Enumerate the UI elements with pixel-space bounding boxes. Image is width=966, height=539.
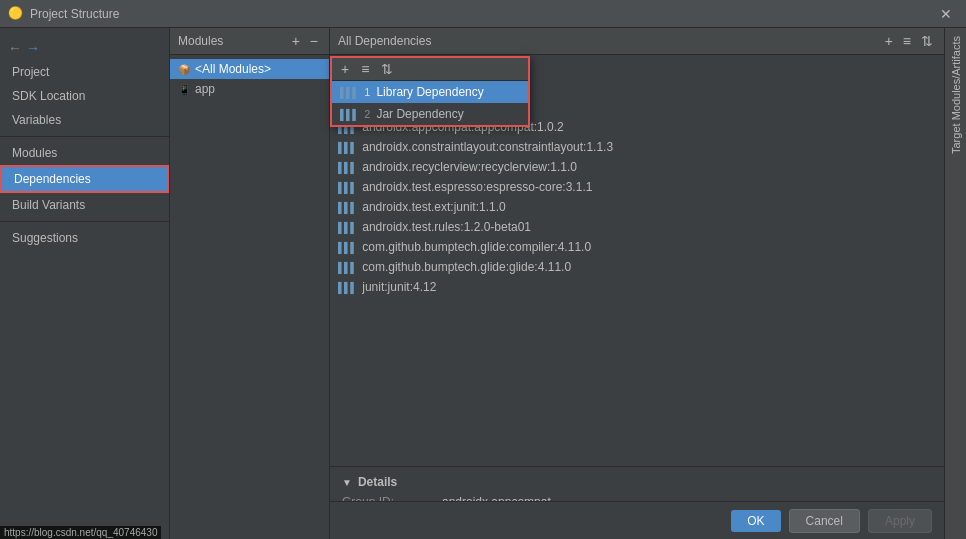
deps-panel-title: All Dependencies — [338, 34, 431, 48]
dropdown-toolbar: + ≡ ⇅ — [332, 58, 528, 81]
right-sidebar-label[interactable]: Target Modules/Artifacts — [950, 28, 962, 162]
dropdown-sort-button[interactable]: ⇅ — [378, 61, 396, 77]
apply-button[interactable]: Apply — [868, 509, 932, 533]
dep-item-glide[interactable]: ▌▌▌ com.github.bumptech.glide:glide:4.11… — [330, 257, 944, 277]
dep-item-glide-compiler[interactable]: ▌▌▌ com.github.bumptech.glide:compiler:4… — [330, 237, 944, 257]
app-module-icon: 📱 — [178, 84, 190, 95]
module-icon: 📦 — [178, 64, 190, 75]
dep-item-junit[interactable]: ▌▌▌ junit:junit:4.12 — [330, 277, 944, 297]
main-layout: ← → Project SDK Location Variables Modul… — [0, 28, 966, 539]
modules-list: 📦 <All Modules> 📱 app — [170, 55, 329, 539]
remove-module-button[interactable]: − — [307, 33, 321, 49]
sidebar: ← → Project SDK Location Variables Modul… — [0, 28, 170, 539]
deps-toolbar: + ≡ ⇅ — [882, 33, 936, 49]
sidebar-item-suggestions[interactable]: Suggestions — [0, 226, 169, 250]
dropdown-align-button[interactable]: ≡ — [358, 61, 372, 77]
details-triangle-icon: ▼ — [342, 477, 352, 488]
url-bar: https://blog.csdn.net/qq_40746430 — [0, 526, 161, 539]
sidebar-item-variables[interactable]: Variables — [0, 108, 169, 132]
deps-list: ▌▌▌ androidx.appcompat:appcompat:1.0.2 ▌… — [330, 115, 944, 466]
dep-type-dropdown: + ≡ ⇅ ▌▌▌ 1 Library Dependency ▌▌▌ 2 Jar… — [330, 56, 530, 127]
close-button[interactable]: ✕ — [934, 4, 958, 24]
module-item-all[interactable]: 📦 <All Modules> — [170, 59, 329, 79]
dep-type-library[interactable]: ▌▌▌ 1 Library Dependency — [332, 81, 528, 103]
sidebar-item-dependencies[interactable]: Dependencies — [0, 165, 169, 193]
sidebar-item-build-variants[interactable]: Build Variants — [0, 193, 169, 217]
nav-back-button[interactable]: ← — [8, 40, 22, 56]
dep-bar-icon9: ▌▌▌ — [338, 282, 356, 293]
sidebar-item-modules[interactable]: Modules — [0, 141, 169, 165]
divider2 — [0, 221, 169, 222]
dep-item-espresso[interactable]: ▌▌▌ androidx.test.espresso:espresso-core… — [330, 177, 944, 197]
bar-icon2: ▌▌▌ — [340, 109, 358, 120]
app-icon: 🟡 — [8, 6, 24, 22]
modules-panel-title: Modules — [178, 34, 223, 48]
title-bar: 🟡 Project Structure ✕ — [0, 0, 966, 28]
dep-bar-icon2: ▌▌▌ — [338, 142, 356, 153]
dep-bar-icon3: ▌▌▌ — [338, 162, 356, 173]
dep-type-jar[interactable]: ▌▌▌ 2 Jar Dependency — [332, 103, 528, 125]
dep-item-recyclerview[interactable]: ▌▌▌ androidx.recyclerview:recyclerview:1… — [330, 157, 944, 177]
add-dep-button[interactable]: + — [882, 33, 896, 49]
ok-button[interactable]: OK — [731, 510, 780, 532]
module-item-app[interactable]: 📱 app — [170, 79, 329, 99]
modules-panel: Modules + − 📦 <All Modules> 📱 app — [170, 28, 330, 539]
dep-bar-icon6: ▌▌▌ — [338, 222, 356, 233]
sidebar-item-sdk-location[interactable]: SDK Location — [0, 84, 169, 108]
dropdown-add-button[interactable]: + — [338, 61, 352, 77]
bottom-bar: OK Cancel Apply — [330, 501, 944, 539]
modules-panel-header: Modules + − — [170, 28, 329, 55]
bar-icon: ▌▌▌ — [340, 87, 358, 98]
nav-forward-button[interactable]: → — [26, 40, 40, 56]
dep-bar-icon8: ▌▌▌ — [338, 262, 356, 273]
deps-panel-header: All Dependencies + ≡ ⇅ — [330, 28, 944, 55]
modules-toolbar: + − — [289, 33, 321, 49]
deps-panel: All Dependencies + ≡ ⇅ + ≡ ⇅ ▌▌▌ 1 Libra… — [330, 28, 944, 539]
dep-bar-icon5: ▌▌▌ — [338, 202, 356, 213]
right-sidebar: Target Modules/Artifacts — [944, 28, 966, 539]
add-module-button[interactable]: + — [289, 33, 303, 49]
cancel-button[interactable]: Cancel — [789, 509, 860, 533]
dep-bar-icon4: ▌▌▌ — [338, 182, 356, 193]
dep-item-constraintlayout[interactable]: ▌▌▌ androidx.constraintlayout:constraint… — [330, 137, 944, 157]
dep-item-junit-ext[interactable]: ▌▌▌ androidx.test.ext:junit:1.1.0 — [330, 197, 944, 217]
align-dep-button[interactable]: ≡ — [900, 33, 914, 49]
sidebar-item-project[interactable]: Project — [0, 60, 169, 84]
details-title: Details — [358, 475, 397, 489]
nav-arrows: ← → — [0, 36, 169, 60]
window-title: Project Structure — [30, 7, 934, 21]
dep-item-rules[interactable]: ▌▌▌ androidx.test.rules:1.2.0-beta01 — [330, 217, 944, 237]
dep-bar-icon7: ▌▌▌ — [338, 242, 356, 253]
sort-dep-button[interactable]: ⇅ — [918, 33, 936, 49]
divider — [0, 136, 169, 137]
details-header[interactable]: ▼ Details — [342, 475, 932, 489]
